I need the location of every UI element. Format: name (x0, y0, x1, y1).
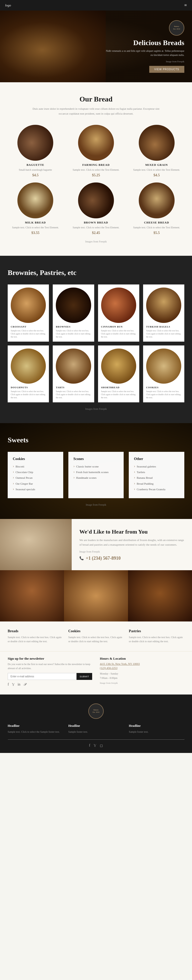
footer-social-icons: f 𝕐 ◻ (8, 743, 184, 748)
bread-image (17, 183, 53, 218)
pastry-desc: Sample text. Click to select the text bo… (56, 329, 91, 339)
footer-col-title: Headline (8, 724, 63, 728)
pastry-grid: CROISSANT Sample text. Click to select t… (8, 285, 184, 402)
hamburger-icon[interactable]: ≡ (184, 3, 187, 8)
sweets-column: Cookies › Biscotti › Chocolate Chip › Oa… (8, 452, 63, 498)
bread-price: $3.55 (8, 231, 63, 235)
bottom-section-image (0, 570, 64, 622)
hero-bread-image (0, 11, 106, 82)
contact-text: We are leaders in the manufacture and di… (79, 538, 184, 547)
pastry-card: DOUGHNUTS Sample text. Click to select t… (8, 345, 49, 402)
sweets-bullet: › (134, 487, 135, 491)
pastry-name: CROISSANT (11, 326, 46, 328)
social-icons-row: f 𝕐 in 𝒫 (8, 682, 92, 687)
bread-price: $5.5 (129, 231, 184, 235)
pastry-image (11, 288, 46, 323)
sweets-item-label: Seasonal galettes (137, 465, 156, 468)
pastry-card: BROWNIES Sample text. Click to select th… (53, 285, 94, 341)
pastry-name: BROWNIES (56, 326, 91, 328)
bread-price: $5.25 (68, 173, 124, 177)
sweets-item-label: Biscotti (16, 465, 24, 468)
hours-address[interactable]: 44 E 13th St, New York, NY 10003 (100, 662, 184, 665)
bread-image (139, 125, 175, 161)
pastry-desc: Sample text. Click to select the text bo… (56, 390, 91, 399)
pastry-desc: Sample text. Click to select the text bo… (146, 390, 181, 399)
footer-facebook-icon[interactable]: f (89, 743, 90, 748)
footer-col-title: Headline (129, 724, 184, 728)
linkedin-icon[interactable]: in (17, 682, 21, 687)
footer-instagram-icon[interactable]: ◻ (100, 743, 103, 748)
phone-number: +1 (234) 567-8910 (86, 555, 121, 561)
sweets-item: › Seasonal specials (13, 487, 58, 491)
brownies-img-credit: Images from Freepik (8, 407, 184, 410)
contact-phone: 📞 +1 (234) 567-8910 (79, 555, 184, 561)
bread-desc: Small-batch sourdough baguette (8, 168, 63, 172)
pastry-image (146, 288, 181, 323)
our-bread-title: Our Bread (8, 95, 184, 103)
pastry-name: DOUGHNUTS (11, 386, 46, 389)
brownies-section: Brownies, Pastries, etc CROISSANT Sample… (0, 256, 192, 423)
newsletter-section: Sign up for the newsletter Do you want t… (0, 651, 192, 695)
sweets-bullet: › (13, 465, 14, 468)
bottom-info-text: Sample text. Click to select the text bo… (68, 635, 124, 644)
bread-name: MIXED GRAIN (129, 163, 184, 166)
view-products-button[interactable]: VIEW PRODUCTS (149, 66, 184, 73)
sweets-item-label: Oatmeal Pecan (16, 476, 33, 479)
footer-column: Headline Sample text. Click to select th… (8, 724, 63, 734)
footer-columns: Headline Sample text. Click to select th… (8, 724, 184, 734)
bread-item: BAGUETTE Small-batch sourdough baguette … (8, 125, 63, 177)
bottom-info-column: Cookies Sample text. Click to select the… (68, 629, 124, 644)
sweets-item: › Handmade scones (73, 476, 119, 479)
bread-grid: BAGUETTE Small-batch sourdough baguette … (8, 125, 184, 235)
footer-col-text: Sample footer text. (68, 730, 124, 734)
pastry-desc: Sample text. Click to select the text bo… (11, 390, 46, 399)
footer-col-text: Sample text. Click to select the Sample … (8, 730, 63, 734)
pastry-card: SHORTBREAD Sample text. Click to select … (98, 345, 139, 402)
contact-image (0, 519, 72, 570)
contact-title: We'd Like to Hear from You (79, 528, 184, 535)
newsletter-email-input[interactable] (8, 673, 76, 680)
sweets-section: Sweets Cookies › Biscotti › Chocolate Ch… (0, 423, 192, 519)
brownies-title: Brownies, Pastries, etc (8, 269, 184, 277)
sweets-item: › Chocolate Chip (13, 470, 58, 474)
bottom-info-text: Sample text. Click to select the text bo… (129, 635, 184, 644)
hero-badge-text: Bakery Est. 2010 (173, 25, 180, 30)
pastry-desc: Sample text. Click to select the text bo… (101, 390, 136, 399)
bread-image (17, 125, 53, 161)
bottom-info-row: Breads Sample text. Click to select the … (0, 622, 192, 651)
pastry-name: TURKISH BAGELS (146, 326, 181, 328)
newsletter-text: Do you want to be the first to read our … (8, 662, 92, 670)
bread-item: BROWN BREAD Sample text. Click to select… (68, 183, 124, 235)
sweets-bullet: › (73, 476, 75, 479)
newsletter-col: Sign up for the newsletter Do you want t… (8, 657, 92, 687)
footer-twitter-icon[interactable]: 𝕐 (94, 743, 96, 748)
sweets-bullet: › (73, 470, 75, 474)
bottom-info-title: Cookies (68, 629, 124, 633)
hours-title: Hours & Location (100, 657, 184, 661)
contact-img-credit: Image from Freepik (79, 550, 184, 553)
bread-desc: Sample text. Click to select the Text El… (68, 168, 124, 172)
bread-image (78, 183, 114, 218)
hero-section: Bakery Est. 2010 Delicious Breads Nidh v… (0, 11, 192, 82)
sweets-item: › Cranberry Pecan Granola (134, 487, 179, 491)
hero-subtitle: Nidh venenatis a os and felis eget velit… (105, 49, 184, 57)
sweets-item: › Biscotti (13, 465, 58, 468)
facebook-icon[interactable]: f (8, 682, 9, 687)
bread-price: $4.5 (8, 173, 63, 177)
phone-icon: 📞 (79, 556, 84, 560)
newsletter-submit-button[interactable]: SUBMIT (76, 673, 92, 680)
pinterest-icon[interactable]: 𝒫 (24, 682, 26, 687)
sweets-item: › Oat Ginger Bar (13, 482, 58, 485)
bottom-info-title: Pastries (129, 629, 184, 633)
pastry-card: CINNAMON BUN Sample text. Click to selec… (98, 285, 139, 341)
sweets-col-title: Cookies (13, 457, 58, 461)
pastry-name: TARTS (56, 386, 91, 389)
twitter-icon[interactable]: 𝕐 (12, 682, 14, 687)
hours-phone[interactable]: (123) 456-2253 (100, 666, 184, 670)
hero-content: Bakery Est. 2010 Delicious Breads Nidh v… (105, 20, 192, 73)
sweets-item: › Fresh fruit buttermilk scones (73, 470, 119, 474)
sweets-item-label: Tartlets (137, 470, 145, 474)
sweets-bullet: › (134, 476, 135, 479)
sweets-item-label: Cranberry Pecan Granola (137, 487, 165, 491)
bread-item: CHEESE BREAD Sample text. Click to selec… (129, 183, 184, 235)
